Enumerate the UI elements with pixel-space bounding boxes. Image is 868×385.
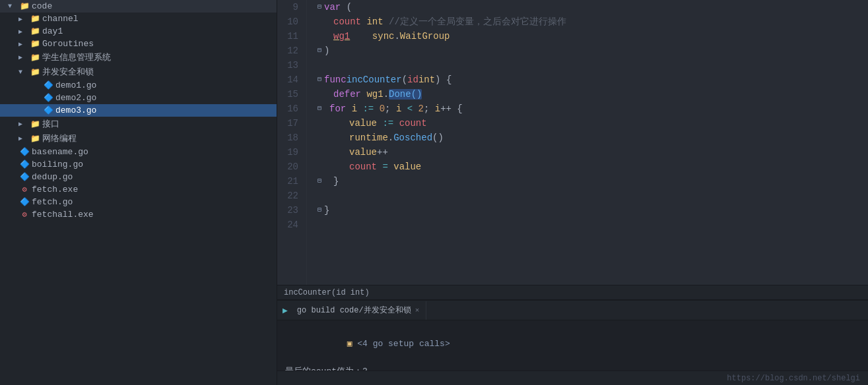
code-line-24 — [317, 218, 868, 232]
code-line-10: count int //定义一个全局变量，之后会对它进行操作 — [317, 15, 868, 29]
sidebar-item-fetch-go[interactable]: 🔷 fetch.go — [0, 196, 277, 208]
arrow-icon — [18, 40, 29, 48]
code-line-9: ⊟ var ( — [317, 0, 868, 15]
folder-icon: 📁 — [29, 39, 41, 49]
arrow-icon — [8, 3, 18, 10]
sidebar-label: code — [32, 1, 52, 11]
terminal-tab-label: go build code/并发安全和锁 — [297, 305, 411, 316]
code-line-23: ⊟ } — [317, 203, 868, 218]
code-line-15: defer wg1.Done() — [317, 87, 868, 102]
exe-file-icon: ⚙ — [18, 185, 30, 194]
sidebar-label: Goroutines — [42, 39, 94, 49]
sidebar-item-fetchall-exe[interactable]: ⚙ fetchall.exe — [0, 208, 277, 221]
sidebar-item-code[interactable]: 📁 code — [0, 0, 277, 13]
sidebar-label: 网络编程 — [42, 133, 77, 144]
folder-icon: 📁 — [29, 14, 41, 24]
folder-icon: 📁 — [18, 1, 30, 11]
sidebar-label: fetch.go — [32, 197, 73, 207]
go-file-icon: 🔷 — [42, 105, 54, 115]
sidebar-label: boiling.go — [32, 160, 83, 169]
sidebar-item-dedup[interactable]: 🔷 dedup.go — [0, 171, 277, 183]
code-line-14: ⊟ func incCounter(id int) { — [317, 73, 868, 87]
code-line-20: count = value — [317, 160, 868, 174]
sidebar-item-concurrent[interactable]: 📁 并发安全和锁 — [0, 65, 277, 79]
sidebar-label: demo3.go — [55, 105, 96, 115]
terminal-bottom-bar: https://blog.csdn.net/shelgi — [277, 370, 868, 385]
folder-icon: 📁 — [29, 53, 41, 63]
folder-icon: 📁 — [29, 119, 41, 129]
exe-file-icon: ⚙ — [18, 210, 30, 220]
arrow-icon — [18, 28, 29, 36]
terminal-line-output: 最后的count值为：2 — [285, 365, 860, 370]
sidebar-label: demo2.go — [55, 93, 96, 103]
go-file-icon: 🔷 — [18, 160, 30, 169]
code-line-18: runtime.Gosched() — [317, 131, 868, 145]
sidebar-item-interface[interactable]: 📁 接口 — [0, 117, 277, 131]
go-file-icon: 🔷 — [18, 172, 30, 182]
arrow-icon — [18, 69, 29, 76]
code-line-11: wg1 sync.WaitGroup — [317, 29, 868, 44]
terminal-area: ▶ go build code/并发安全和锁 × ▣ <4 go setup c… — [277, 299, 868, 385]
sidebar-label: channel — [42, 14, 79, 24]
sidebar-label: 并发安全和锁 — [42, 66, 94, 78]
code-line-16: ⊟ for i := 0; i < 2; i++ { — [317, 102, 868, 116]
arrow-icon — [18, 134, 29, 142]
go-file-icon: 🔷 — [18, 197, 30, 207]
code-line-12: ⊟ ) — [317, 44, 868, 58]
file-explorer: 📁 code 📁 channel 📁 day1 📁 Goroutines 📁 学… — [0, 0, 277, 385]
terminal-icon: ▶ — [283, 305, 288, 316]
sidebar-item-demo1[interactable]: 🔷 demo1.go — [0, 79, 277, 92]
editor-status-bar: incCounter(id int) — [277, 285, 868, 299]
sidebar-item-network[interactable]: 📁 网络编程 — [0, 131, 277, 146]
sidebar-item-channel[interactable]: 📁 channel — [0, 13, 277, 25]
sidebar-item-demo2[interactable]: 🔷 demo2.go — [0, 92, 277, 104]
terminal-line-setup: ▣ <4 go setup calls> — [285, 324, 860, 364]
editor-status-text: incCounter(id int) — [284, 288, 370, 297]
code-container[interactable]: 9 10 11 12 13 14 15 16 17 18 19 20 21 22… — [277, 0, 868, 285]
sidebar-item-day1[interactable]: 📁 day1 — [0, 25, 277, 38]
code-editor[interactable]: ⊟ var ( count int //定义一个全局变量，之后会对它进行操作 w… — [307, 0, 868, 285]
go-file-icon: 🔷 — [42, 93, 54, 103]
go-file-icon: 🔷 — [18, 147, 30, 157]
sidebar-item-boiling[interactable]: 🔷 boiling.go — [0, 158, 277, 171]
terminal-content: ▣ <4 go setup calls> 最后的count值为：2 Proces… — [277, 320, 868, 370]
terminal-close-button[interactable]: × — [415, 307, 420, 314]
term-icon: ▣ — [347, 339, 358, 349]
sidebar-item-student[interactable]: 📁 学生信息管理系统 — [0, 50, 277, 65]
sidebar-label: dedup.go — [32, 172, 73, 182]
term-setup-text: <4 go setup calls> — [357, 339, 450, 349]
terminal-output: ▣ <4 go setup calls> 最后的count值为：2 Proces… — [285, 324, 860, 370]
sidebar-label: demo1.go — [55, 80, 96, 90]
folder-icon: 📁 — [29, 134, 41, 144]
code-line-21: ⊟ } — [317, 174, 868, 189]
code-line-13 — [317, 58, 868, 73]
sidebar-label: fetchall.exe — [32, 210, 94, 220]
terminal-tab[interactable]: go build code/并发安全和锁 × — [290, 301, 426, 320]
sidebar-label: day1 — [42, 26, 63, 36]
sidebar-label: fetch.exe — [32, 185, 78, 194]
sidebar-item-goroutines[interactable]: 📁 Goroutines — [0, 38, 277, 50]
editor-area: 9 10 11 12 13 14 15 16 17 18 19 20 21 22… — [277, 0, 868, 385]
terminal-tab-bar: ▶ go build code/并发安全和锁 × — [277, 301, 868, 320]
line-numbers: 9 10 11 12 13 14 15 16 17 18 19 20 21 22… — [277, 0, 307, 285]
code-line-17: value := count — [317, 116, 868, 131]
code-line-22 — [317, 189, 868, 203]
sidebar-item-basename[interactable]: 🔷 basename.go — [0, 146, 277, 158]
sidebar-item-demo3[interactable]: 🔷 demo3.go — [0, 104, 277, 117]
sidebar-label: 学生信息管理系统 — [42, 51, 111, 63]
go-file-icon: 🔷 — [42, 80, 54, 90]
arrow-icon — [18, 15, 29, 23]
csdn-link[interactable]: https://blog.csdn.net/shelgi — [727, 374, 860, 383]
arrow-icon — [18, 53, 29, 61]
sidebar-label: basename.go — [32, 147, 88, 157]
arrow-icon — [18, 120, 29, 128]
sidebar-label: 接口 — [42, 118, 59, 130]
folder-icon: 📁 — [29, 67, 41, 77]
code-line-19: value++ — [317, 145, 868, 160]
sidebar-item-fetch-exe[interactable]: ⚙ fetch.exe — [0, 183, 277, 196]
folder-icon: 📁 — [29, 26, 41, 36]
